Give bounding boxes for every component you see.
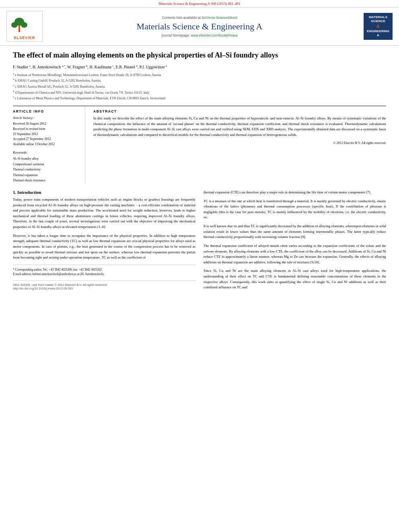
footnotes: * Corresponding author. Tel.: +43 3842 4…	[13, 265, 195, 277]
body-para-0: Today, power train components of modern …	[13, 197, 195, 230]
keyword-2: Thermal conductivity	[13, 167, 80, 173]
affiliation-c: c c AMAG Austria Metall AG, Postfach 32,…	[13, 83, 386, 89]
journal-header-bar: Materials Science & Engineering A 560 (2…	[0, 0, 399, 8]
history-received: Received 28 August 2012	[13, 121, 80, 127]
body-col-left: 1. Introduction Today, power train compo…	[13, 190, 195, 294]
abstract-label: ABSTRACT	[93, 109, 386, 113]
elsevier-logo-box: ELSEVIER	[6, 11, 43, 42]
authors-text: F. Stadler a, H. Antrekowitsch a,*, W. F…	[13, 65, 167, 69]
affiliation-a: a a Institute of Nonferrous Metallurgy, …	[13, 72, 386, 78]
article-info-col: ARTICLE INFO Article history: Received 2…	[13, 106, 85, 183]
article-history-label: Article history:	[13, 116, 80, 120]
body-col-right: thermal expansion (CTE) can therefore pl…	[204, 190, 386, 294]
elsevier-tree-icon	[10, 13, 39, 35]
introduction-heading: 1. Introduction	[13, 190, 195, 195]
abstract-text: In this study we describe the effect of …	[93, 116, 386, 138]
journal-homepage: journal homepage: www.elsevier.com/locat…	[49, 33, 350, 37]
footnote-email: E-mail address: helmut.antrekowitsch@uni…	[13, 272, 195, 276]
footnote-corresponding: * Corresponding author. Tel.: +43 3842 4…	[13, 267, 195, 272]
elsevier-logo: ELSEVIER	[6, 11, 43, 42]
journal-homepage-link[interactable]: www.elsevier.com/locate/msea	[191, 33, 238, 37]
affiliation-b: b b AMAG Casting GmbH, Postfach 32, A-52…	[13, 77, 386, 83]
history-accepted: Accepted 27 September 2012	[13, 137, 80, 142]
body-para-r1: TC is a measure of the rate at which hea…	[204, 199, 386, 221]
header-center: Contents lists available at SciVerse Sci…	[43, 16, 356, 37]
svg-point-2	[11, 22, 18, 28]
keyword-4: Thermal shock resistance	[13, 178, 80, 183]
main-content: The effect of main alloying elements on …	[0, 46, 399, 300]
elsevier-wordmark: ELSEVIER	[8, 36, 41, 40]
journal-title-header: Materials Science & Engineering A	[49, 21, 350, 32]
affiliation-e: e e Laboratory of Metal Physics and Tech…	[13, 95, 386, 101]
svg-rect-0	[19, 25, 20, 32]
affiliation-d: d d Dipartimento di Chimica and NIS, Uni…	[13, 89, 386, 95]
body-para-r3: The thermal expansion coefficient of all…	[204, 243, 386, 265]
copyright: © 2012 Elsevier B.V. All rights reserved…	[93, 141, 386, 145]
keyword-1: Compositional variation	[13, 162, 80, 167]
header-logo-right: MATERIALS SCIENCE & ENGINEERING A	[356, 13, 393, 40]
affiliations: a a Institute of Nonferrous Metallurgy, …	[13, 72, 386, 101]
article-abstract-row: ARTICLE INFO Article history: Received 2…	[13, 106, 386, 183]
body-para-r4: Since Si, Cu and Ni are the main alloyin…	[204, 268, 386, 290]
contents-line: Contents lists available at SciVerse Sci…	[49, 16, 350, 20]
abstract-col: ABSTRACT In this study we describe the e…	[93, 106, 386, 183]
issn-line: 0921-5093/$ - see front matter © 2012 El…	[13, 283, 195, 287]
body-two-col: 1. Introduction Today, power train compo…	[13, 190, 386, 294]
sciverse-link[interactable]: SciVerse ScienceDirect	[202, 16, 237, 20]
history-revised-label: Received in revised form	[13, 127, 80, 132]
svg-point-3	[21, 22, 27, 28]
elsevier-header: ELSEVIER Contents lists available at Sci…	[0, 8, 399, 46]
keywords-label: Keywords:	[13, 150, 80, 154]
bottom-bar: 0921-5093/$ - see front matter © 2012 El…	[13, 280, 195, 290]
body-para-r2: It is well known that σe and thus TC is …	[204, 224, 386, 240]
history-online: Available online 3 October 2012	[13, 142, 80, 147]
authors-line: F. Stadler a, H. Antrekowitsch a,*, W. F…	[13, 64, 386, 69]
keyword-0: Al–Si foundry alloy	[13, 156, 80, 162]
paper-title: The effect of main alloying elements on …	[13, 51, 386, 60]
keyword-3: Thermal expansion	[13, 173, 80, 178]
body-para-1: However, it has taken a longer time to r…	[13, 233, 195, 261]
history-revised-date: 25 September 2012	[13, 132, 80, 137]
journal-citation: Materials Science & Engineering A 560 (2…	[158, 2, 240, 6]
article-info-label: ARTICLE INFO	[13, 109, 80, 113]
doi-line: http://dx.doi.org/10.1016/j.msea.2012.09…	[13, 287, 195, 290]
ms-engineering-logo: MATERIALS SCIENCE & ENGINEERING A	[364, 13, 393, 40]
body-para-r0: thermal expansion (CTE) can therefore pl…	[204, 190, 386, 195]
